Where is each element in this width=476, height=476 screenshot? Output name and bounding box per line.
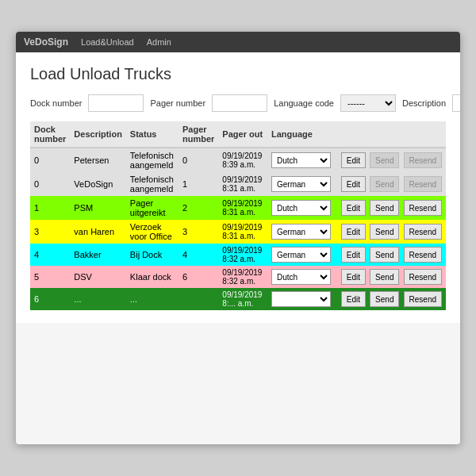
table-row: 0 VeDoSign Telefonisch aangemeld 1 09/19… bbox=[30, 172, 446, 196]
dock-number-input[interactable] bbox=[88, 94, 144, 112]
table-row: 0 Petersen Telefonisch aangemeld 0 09/19… bbox=[30, 148, 446, 172]
cell-status: Pager uitgereikt bbox=[126, 196, 178, 220]
cell-actions: Edit Send Resend bbox=[336, 172, 446, 196]
cell-actions: Edit Send Resend bbox=[336, 148, 446, 172]
cell-dock: 1 bbox=[30, 196, 70, 220]
language-select-1[interactable]: German Dutch German bbox=[271, 176, 331, 192]
dock-number-label: Dock number bbox=[30, 98, 82, 108]
cell-status: Telefonisch aangemeld bbox=[126, 172, 178, 196]
resend-button-1: Resend bbox=[404, 176, 442, 192]
cell-status: ... bbox=[126, 288, 178, 310]
page-title: Load Unload Trucks bbox=[30, 65, 446, 83]
edit-button-0[interactable]: Edit bbox=[341, 152, 366, 168]
resend-button-4[interactable]: Resend bbox=[404, 247, 442, 263]
send-button-0: Send bbox=[370, 152, 399, 168]
cell-actions: Edit Send Resend bbox=[336, 196, 446, 220]
language-select-6[interactable]: Dutch German bbox=[271, 291, 331, 307]
cell-pagerout: 09/19/2019 8:39 a.m. bbox=[218, 148, 267, 172]
cell-language: Dutch Dutch German bbox=[267, 148, 336, 172]
description-label: Description bbox=[402, 98, 446, 108]
cell-dock: 0 bbox=[30, 172, 70, 196]
cell-pager: 6 bbox=[178, 266, 218, 288]
cell-language: German Dutch German bbox=[267, 244, 336, 266]
col-header-pagerout: Pager out bbox=[218, 121, 267, 148]
table-row: 5 DSV Klaar dock 6 09/19/2019 8:32 a.m. … bbox=[30, 266, 446, 288]
col-header-status: Status bbox=[126, 121, 178, 148]
cell-language: German Dutch German bbox=[267, 220, 336, 244]
pager-number-input[interactable] bbox=[212, 94, 267, 112]
send-button-4[interactable]: Send bbox=[370, 247, 399, 263]
cell-desc: PSM bbox=[70, 196, 126, 220]
cell-pagerout: 09/19/2019 8:... a.m. bbox=[218, 288, 267, 310]
nav-admin[interactable]: Admin bbox=[147, 37, 171, 47]
col-header-pager: Pagernumber bbox=[178, 121, 218, 148]
cell-pager: 4 bbox=[178, 244, 218, 266]
send-button-6[interactable]: Send bbox=[370, 291, 399, 307]
send-button-5[interactable]: Send bbox=[370, 269, 399, 285]
cell-actions: Edit Send Resend bbox=[336, 266, 446, 288]
cell-pager: 1 bbox=[178, 172, 218, 196]
cell-actions: Edit Send Resend bbox=[336, 220, 446, 244]
cell-pagerout: 09/19/2019 8:31 a.m. bbox=[218, 220, 267, 244]
send-button-2[interactable]: Send bbox=[370, 200, 399, 216]
resend-button-3[interactable]: Resend bbox=[404, 224, 442, 240]
table-row: 3 van Haren Verzoek voor Office 3 09/19/… bbox=[30, 220, 446, 244]
language-select-0[interactable]: Dutch Dutch German bbox=[271, 152, 331, 168]
table-row: 1 PSM Pager uitgereikt 2 09/19/2019 8:31… bbox=[30, 196, 446, 220]
send-button-3[interactable]: Send bbox=[370, 224, 399, 240]
resend-button-0: Resend bbox=[404, 152, 442, 168]
edit-button-5[interactable]: Edit bbox=[341, 269, 366, 285]
cell-pagerout: 09/19/2019 8:32 a.m. bbox=[218, 266, 267, 288]
nav-bar: VeDoSign Load&Unload Admin bbox=[16, 32, 460, 52]
cell-pager bbox=[178, 288, 218, 310]
language-select-3[interactable]: German Dutch German bbox=[271, 224, 331, 240]
cell-pager: 2 bbox=[178, 196, 218, 220]
cell-actions: Edit Send Resend bbox=[336, 288, 446, 310]
cell-language: Dutch Dutch German bbox=[267, 196, 336, 220]
cell-dock: 5 bbox=[30, 266, 70, 288]
form-row: Dock number Pager number Language code -… bbox=[30, 94, 446, 112]
col-header-desc: Description bbox=[70, 121, 126, 148]
cell-desc: Petersen bbox=[70, 148, 126, 172]
cell-status: Telefonisch aangemeld bbox=[126, 148, 178, 172]
main-window: VeDoSign Load&Unload Admin Load Unload T… bbox=[16, 32, 460, 444]
cell-dock: 6 bbox=[30, 288, 70, 310]
col-header-dock: Docknumber bbox=[30, 121, 70, 148]
lang-code-label: Language code bbox=[274, 98, 334, 108]
cell-actions: Edit Send Resend bbox=[336, 244, 446, 266]
cell-language: Dutch German bbox=[267, 288, 336, 310]
description-input[interactable] bbox=[452, 94, 460, 112]
cell-pagerout: 09/19/2019 8:31 a.m. bbox=[218, 196, 267, 220]
col-header-lang: Language bbox=[267, 121, 336, 148]
resend-button-5[interactable]: Resend bbox=[404, 269, 442, 285]
cell-status: Verzoek voor Office bbox=[126, 220, 178, 244]
edit-button-2[interactable]: Edit bbox=[341, 200, 366, 216]
cell-dock: 3 bbox=[30, 220, 70, 244]
cell-pager: 3 bbox=[178, 220, 218, 244]
resend-button-6[interactable]: Resend bbox=[404, 291, 442, 307]
edit-button-3[interactable]: Edit bbox=[341, 224, 366, 240]
language-select-5[interactable]: Dutch Dutch German bbox=[271, 269, 331, 285]
table-row: 6 ... ... 09/19/2019 8:... a.m. Dutch Ge… bbox=[30, 288, 446, 310]
cell-pager: 0 bbox=[178, 148, 218, 172]
edit-button-6[interactable]: Edit bbox=[341, 291, 366, 307]
language-select-2[interactable]: Dutch Dutch German bbox=[271, 200, 331, 216]
cell-desc: VeDoSign bbox=[70, 172, 126, 196]
resend-button-2[interactable]: Resend bbox=[404, 200, 442, 216]
cell-dock: 4 bbox=[30, 244, 70, 266]
cell-desc: Bakker bbox=[70, 244, 126, 266]
trucks-table: Docknumber Description Status Pagernumbe… bbox=[30, 121, 446, 310]
nav-load-unload[interactable]: Load&Unload bbox=[81, 37, 134, 47]
language-select-4[interactable]: German Dutch German bbox=[271, 247, 331, 263]
edit-button-1[interactable]: Edit bbox=[341, 176, 366, 192]
cell-status: Klaar dock bbox=[126, 266, 178, 288]
edit-button-4[interactable]: Edit bbox=[341, 247, 366, 263]
table-row: 4 Bakker Bij Dock 4 09/19/2019 8:32 a.m.… bbox=[30, 244, 446, 266]
lang-code-select[interactable]: ------ Dutch German bbox=[340, 94, 396, 112]
cell-desc: ... bbox=[70, 288, 126, 310]
cell-language: Dutch Dutch German bbox=[267, 266, 336, 288]
pager-number-label: Pager number bbox=[150, 98, 205, 108]
page-content: Load Unload Trucks Dock number Pager num… bbox=[16, 52, 460, 323]
col-header-actions bbox=[336, 121, 446, 148]
cell-dock: 0 bbox=[30, 148, 70, 172]
